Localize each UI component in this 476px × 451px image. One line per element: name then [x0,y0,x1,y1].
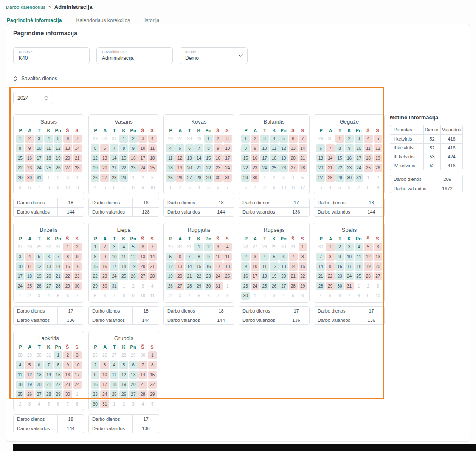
day-cell[interactable]: 14 [289,262,297,271]
day-cell[interactable]: 22 [91,272,99,280]
day-cell[interactable]: 20 [63,154,72,162]
day-cell[interactable]: 10 [223,144,232,152]
day-cell[interactable]: 8 [326,253,334,261]
day-cell[interactable]: 9 [345,144,353,152]
day-cell[interactable]: 28 [73,164,82,172]
day-cell[interactable]: 24 [355,164,363,172]
day-cell[interactable]: 6 [138,243,147,251]
day-cell[interactable]: 21 [299,154,307,162]
day-cell[interactable]: 18 [16,381,24,389]
day-cell[interactable]: 22 [63,272,72,280]
day-cell[interactable]: 18 [44,154,53,162]
day-cell[interactable]: 15 [326,262,334,271]
day-cell[interactable]: 7 [73,135,82,143]
day-cell[interactable]: 17 [16,272,24,280]
day-cell[interactable]: 24 [73,381,82,389]
day-cell[interactable]: 13 [35,371,43,379]
day-cell[interactable]: 16 [335,262,344,271]
day-cell[interactable]: 3 [110,243,118,251]
day-cell[interactable]: 2 [241,253,250,261]
day-cell[interactable]: 15 [194,262,203,271]
day-cell[interactable]: 27 [316,174,325,182]
day-cell[interactable]: 27 [175,282,184,290]
day-cell[interactable]: 11 [148,144,157,152]
day-cell[interactable]: 25 [270,164,278,172]
day-cell[interactable]: 16 [91,381,99,389]
day-cell[interactable]: 8 [91,253,99,261]
day-cell[interactable]: 28 [148,272,157,280]
day-cell[interactable]: 2 [100,243,109,251]
day-cell[interactable]: 2 [63,351,72,359]
day-cell[interactable]: 19 [119,381,128,389]
day-cell[interactable]: 23 [129,164,138,172]
day-cell[interactable]: 14 [326,154,334,162]
day-cell[interactable]: 21 [316,272,325,280]
day-cell[interactable]: 14 [185,262,194,271]
day-cell[interactable]: 17 [260,154,269,162]
day-cell[interactable]: 21 [326,164,334,172]
day-cell[interactable]: 25 [355,272,363,280]
day-cell[interactable]: 8 [148,361,157,369]
day-cell[interactable]: 20 [129,381,138,389]
day-cell[interactable]: 18 [25,272,34,280]
day-cell[interactable]: 11 [44,144,53,152]
day-cell[interactable]: 5 [374,135,382,143]
day-cell[interactable]: 23 [63,381,72,389]
day-cell[interactable]: 12 [270,262,278,271]
day-cell[interactable]: 28 [289,282,297,290]
day-cell[interactable]: 5 [119,361,128,369]
day-cell[interactable]: 29 [299,282,307,290]
day-cell[interactable]: 25 [25,282,34,290]
day-cell[interactable]: 10 [260,144,269,152]
day-cell[interactable]: 6 [129,361,138,369]
day-cell[interactable]: 3 [35,135,43,143]
day-cell[interactable]: 11 [223,253,232,261]
day-cell[interactable]: 19 [364,262,372,271]
day-cell[interactable]: 17 [110,262,118,271]
day-cell[interactable]: 16 [63,371,72,379]
day-cell[interactable]: 12 [54,144,62,152]
day-cell[interactable]: 28 [326,174,334,182]
day-cell[interactable]: 1 [204,135,213,143]
day-cell[interactable]: 21 [54,272,62,280]
day-cell[interactable]: 8 [16,144,24,152]
day-cell[interactable]: 23 [100,272,109,280]
day-cell[interactable]: 24 [35,164,43,172]
day-cell[interactable]: 9 [63,361,72,369]
day-cell[interactable]: 25 [166,174,175,182]
day-cell[interactable]: 22 [16,164,24,172]
day-cell[interactable]: 8 [241,144,250,152]
day-cell[interactable]: 29 [148,390,157,398]
day-cell[interactable]: 30 [214,174,222,182]
day-cell[interactable]: 4 [44,135,53,143]
day-cell[interactable]: 3 [16,253,24,261]
day-cell[interactable]: 6 [35,361,43,369]
day-cell[interactable]: 3 [251,253,259,261]
day-cell[interactable]: 7 [54,253,62,261]
day-cell[interactable]: 16 [129,154,138,162]
day-cell[interactable]: 19 [166,272,175,280]
day-cell[interactable]: 31 [35,174,43,182]
day-cell[interactable]: 17 [355,154,363,162]
day-cell[interactable]: 17 [251,272,259,280]
day-cell[interactable]: 23 [91,390,99,398]
day-cell[interactable]: 9 [100,253,109,261]
day-cell[interactable]: 2 [204,243,213,251]
day-cell[interactable]: 22 [241,164,250,172]
day-cell[interactable]: 31 [345,282,353,290]
day-cell[interactable]: 22 [335,164,344,172]
day-cell[interactable]: 2 [345,135,353,143]
day-cell[interactable]: 8 [299,253,307,261]
day-cell[interactable]: 2 [335,243,344,251]
day-cell[interactable]: 4 [148,135,157,143]
day-cell[interactable]: 12 [35,262,43,271]
day-cell[interactable]: 29 [204,174,213,182]
day-cell[interactable]: 30 [251,174,259,182]
day-cell[interactable]: 26 [364,272,372,280]
day-cell[interactable]: 19 [175,164,184,172]
day-cell[interactable]: 23 [251,164,259,172]
day-cell[interactable]: 1 [54,351,62,359]
day-cell[interactable]: 4 [25,253,34,261]
day-cell[interactable]: 6 [175,253,184,261]
day-cell[interactable]: 12 [279,144,288,152]
